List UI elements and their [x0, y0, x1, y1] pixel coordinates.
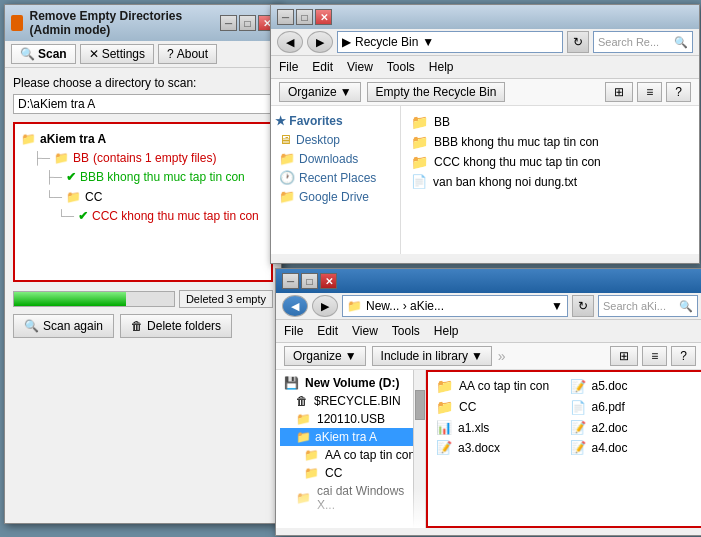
- scan-toolbar: 🔍 Scan ✕ Settings ? About: [5, 41, 281, 68]
- akiem-menu-view[interactable]: View: [352, 322, 378, 340]
- file-a5doc[interactable]: 📝 a5.doc: [566, 376, 699, 396]
- akiem-menu-edit[interactable]: Edit: [317, 322, 338, 340]
- address-bar[interactable]: ▶ Recycle Bin ▼: [337, 31, 563, 53]
- txt-icon: 📄: [411, 174, 427, 189]
- nav-recent[interactable]: 🕐 Recent Places: [275, 168, 396, 187]
- akiem-organize-dropdown: ▼: [345, 349, 357, 363]
- nav-scrollbar[interactable]: [413, 370, 425, 528]
- akiem-forward-button[interactable]: ▶: [312, 295, 338, 317]
- include-library-button[interactable]: Include in library ▼: [372, 346, 492, 366]
- akiem-address-bar[interactable]: 📁 New... › aKie... ▼: [342, 295, 568, 317]
- folder-icon-bb: 📁: [411, 114, 428, 130]
- scan-again-button[interactable]: 🔍 Scan again: [13, 314, 114, 338]
- recycle-close[interactable]: ✕: [315, 9, 332, 25]
- akiem-menu-help[interactable]: Help: [434, 322, 459, 340]
- nav-120110[interactable]: 📁 120110.USB: [280, 410, 421, 428]
- akiem-menu-file[interactable]: File: [284, 322, 303, 340]
- file-cc-folder[interactable]: 📁 CC: [432, 397, 565, 417]
- doc-icon-a5: 📝: [570, 379, 586, 394]
- scan-content: Please choose a directory to scan: 📁 aKi…: [5, 68, 281, 346]
- akiem-view-details-btn[interactable]: ≡: [642, 346, 667, 366]
- akiem-view-icon-btn[interactable]: ⊞: [610, 346, 638, 366]
- view-details-btn[interactable]: ≡: [637, 82, 662, 102]
- progress-area: Deleted 3 empty: [13, 290, 273, 308]
- nav-google-drive[interactable]: 📁 Google Drive: [275, 187, 396, 206]
- akiem-body: 💾 New Volume (D:) 🗑 $RECYCLE.BIN 📁 12011…: [276, 370, 701, 528]
- tree-cc-label: CC: [85, 188, 102, 207]
- empty-recycle-button[interactable]: Empty the Recycle Bin: [367, 82, 506, 102]
- folder-icon: 📁: [21, 130, 36, 149]
- file-a4doc[interactable]: 📝 a4.doc: [566, 438, 699, 457]
- search-box[interactable]: Search Re... 🔍: [593, 31, 693, 53]
- akiem-menu-tools[interactable]: Tools: [392, 322, 420, 340]
- file-a2doc[interactable]: 📝 a2.doc: [566, 418, 699, 437]
- akiem-search-icon: 🔍: [679, 300, 693, 313]
- forward-button[interactable]: ▶: [307, 31, 333, 53]
- desktop-icon: 🖥: [279, 132, 292, 147]
- refresh-button[interactable]: ↻: [567, 31, 589, 53]
- akiem-organize-button[interactable]: Organize ▼: [284, 346, 366, 366]
- nav-cc[interactable]: 📁 CC: [280, 464, 421, 482]
- scan-path-input[interactable]: [13, 94, 273, 114]
- akiem-files-panel: 📁 AA co tap tin con 📝 a5.doc 📁 CC 📄 a6.p…: [426, 370, 701, 528]
- menu-file[interactable]: File: [279, 58, 298, 76]
- akiem-window: ─ □ ✕ ◀ ▶ 📁 New... › aKie... ▼ ↻ Search …: [275, 268, 701, 536]
- nav-desktop[interactable]: 🖥 Desktop: [275, 130, 396, 149]
- akiem-address-toolbar: ◀ ▶ 📁 New... › aKie... ▼ ↻ Search aKi...…: [276, 293, 701, 320]
- folder-icon-cc-files: 📁: [436, 399, 453, 415]
- help-btn[interactable]: ?: [666, 82, 691, 102]
- favorites-section[interactable]: ★ Favorites: [275, 114, 396, 128]
- back-button[interactable]: ◀: [277, 31, 303, 53]
- file-bb[interactable]: 📁 BB: [407, 112, 693, 132]
- maximize-button[interactable]: □: [239, 15, 256, 31]
- tree-branch-ccc: └─: [57, 207, 74, 226]
- akiem-refresh[interactable]: ↻: [572, 295, 594, 317]
- nav-scrollthumb[interactable]: [415, 390, 425, 420]
- recycle-maximize[interactable]: □: [296, 9, 313, 25]
- file-bbb[interactable]: 📁 BBB khong thu muc tap tin con: [407, 132, 693, 152]
- recycle-menubar: File Edit View Tools Help: [271, 56, 699, 79]
- scan-directory-label: Please choose a directory to scan:: [13, 76, 273, 90]
- delete-folders-button[interactable]: 🗑 Delete folders: [120, 314, 232, 338]
- tree-item-cc: └─ 📁 CC: [45, 188, 265, 207]
- menu-edit[interactable]: Edit: [312, 58, 333, 76]
- minimize-button[interactable]: ─: [220, 15, 237, 31]
- file-aa-folder[interactable]: 📁 AA co tap tin con: [432, 376, 565, 396]
- recycle-files-panel: 📁 BB 📁 BBB khong thu muc tap tin con 📁 C…: [401, 106, 699, 254]
- file-ccc[interactable]: 📁 CCC khong thu muc tap tin con: [407, 152, 693, 172]
- akiem-view-controls: ⊞ ≡ ?: [610, 346, 696, 366]
- address-text: Recycle Bin: [355, 35, 418, 49]
- tab-settings[interactable]: ✕ Settings: [80, 44, 154, 64]
- tab-about[interactable]: ? About: [158, 44, 217, 64]
- file-a3docx[interactable]: 📝 a3.docx: [432, 438, 565, 457]
- tree-ccc-label: CCC khong thu muc tap tin con: [92, 207, 259, 226]
- akiem-help-btn[interactable]: ?: [671, 346, 696, 366]
- nav-new-volume[interactable]: 💾 New Volume (D:): [280, 374, 421, 392]
- scan-icon: 🔍: [24, 319, 39, 333]
- folder-icon-cc2: 📁: [304, 466, 319, 480]
- nav-akiem[interactable]: 📁 aKiem tra A: [280, 428, 421, 446]
- akiem-maximize[interactable]: □: [301, 273, 318, 289]
- akiem-search-box[interactable]: Search aKi... 🔍: [598, 295, 698, 317]
- menu-tools[interactable]: Tools: [387, 58, 415, 76]
- menu-view[interactable]: View: [347, 58, 373, 76]
- view-icon-btn[interactable]: ⊞: [605, 82, 633, 102]
- akiem-commandbar: Organize ▼ Include in library ▼ » ⊞ ≡ ?: [276, 343, 701, 370]
- nav-caidat[interactable]: 📁 cai dat Windows X...: [280, 482, 421, 514]
- file-txt[interactable]: 📄 van ban khong noi dung.txt: [407, 172, 693, 191]
- akiem-back-button[interactable]: ◀: [282, 295, 308, 317]
- file-a1xls[interactable]: 📊 a1.xls: [432, 418, 565, 437]
- nav-recycle[interactable]: 🗑 $RECYCLE.BIN: [280, 392, 421, 410]
- usb-icon: 📁: [296, 412, 311, 426]
- nav-aa[interactable]: 📁 AA co tap tin con: [280, 446, 421, 464]
- include-dropdown-icon: ▼: [471, 349, 483, 363]
- tab-scan[interactable]: 🔍 Scan: [11, 44, 76, 64]
- recycle-minimize[interactable]: ─: [277, 9, 294, 25]
- akiem-minimize[interactable]: ─: [282, 273, 299, 289]
- file-a6pdf[interactable]: 📄 a6.pdf: [566, 397, 699, 417]
- nav-downloads[interactable]: 📁 Downloads: [275, 149, 396, 168]
- organize-button[interactable]: Organize ▼: [279, 82, 361, 102]
- menu-help[interactable]: Help: [429, 58, 454, 76]
- akiem-menubar: File Edit View Tools Help: [276, 320, 701, 343]
- akiem-close[interactable]: ✕: [320, 273, 337, 289]
